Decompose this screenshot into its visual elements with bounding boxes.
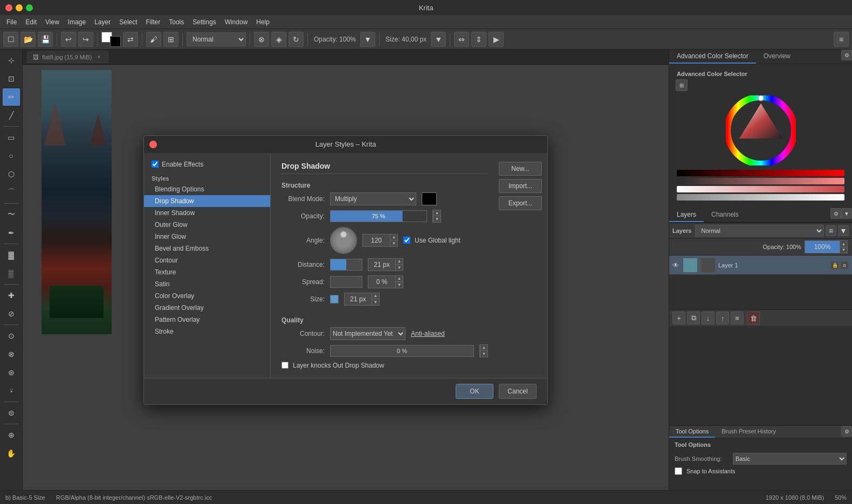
size-down-button[interactable]: ▼ [372, 299, 379, 305]
color-overlay-item[interactable]: Color Overlay [144, 290, 270, 302]
menu-edit[interactable]: Edit [21, 17, 41, 27]
layer-lock-button[interactable]: 🔒 [830, 261, 839, 270]
tool-assistant[interactable]: ⊜ [3, 404, 20, 422]
tool-transform[interactable]: ⊹ [3, 52, 20, 69]
delete-layer-button[interactable]: 🗑 [747, 312, 760, 325]
layer-alpha-lock-button[interactable]: α [840, 261, 849, 270]
layer-visibility-icon[interactable]: 👁 [672, 261, 680, 269]
move-up-button[interactable]: ↑ [716, 312, 729, 325]
minimize-window-button[interactable] [16, 4, 23, 11]
contour-select[interactable]: Not Implemented Yet [330, 327, 406, 340]
menu-view[interactable]: View [41, 17, 64, 27]
undo-button[interactable]: ↩ [61, 32, 76, 47]
settings-button[interactable]: ≡ [834, 32, 849, 47]
tab-tool-options[interactable]: Tool Options [669, 426, 715, 438]
swap-colors-button[interactable]: ⇄ [123, 32, 138, 47]
tool-gradient[interactable]: ▒ [3, 265, 20, 282]
opacity-slider[interactable]: 75 % [330, 210, 427, 222]
export-button[interactable]: Export... [499, 196, 542, 210]
cancel-button[interactable]: Cancel [499, 384, 537, 399]
red-slider[interactable] [677, 170, 844, 176]
drop-shadow-color-swatch[interactable] [422, 192, 437, 205]
layer-item[interactable]: 👁 Layer 1 🔒 α [669, 256, 852, 275]
tool-options-settings-button[interactable]: ⚙ [841, 426, 852, 437]
menu-file[interactable]: File [2, 17, 21, 27]
distance-down-button[interactable]: ▼ [396, 265, 403, 271]
blend-mode-select[interactable]: Normal [187, 32, 246, 46]
size-up-button[interactable]: ▲ [372, 293, 379, 300]
contour-item[interactable]: Contour [144, 254, 270, 266]
tool-shape-rect[interactable]: ▭ [3, 129, 20, 146]
maximize-window-button[interactable] [26, 4, 33, 11]
tool-smart-patch[interactable]: ⊘ [3, 305, 20, 322]
tool-freehand[interactable]: 〜 [3, 206, 20, 223]
import-button[interactable]: Import... [499, 179, 542, 193]
mirror-h-button[interactable]: ⇔ [454, 32, 469, 47]
angle-spinbox-arrows[interactable]: ▲ ▼ [390, 234, 397, 246]
open-document-button[interactable]: 📂 [20, 32, 36, 47]
anti-aliased-label[interactable]: Anti-aliased [411, 330, 445, 337]
size-spinbox-arrows[interactable]: ▲ ▼ [372, 293, 379, 305]
drop-shadow-item[interactable]: Drop Shadow [144, 195, 270, 207]
layers-filter2-button[interactable]: ▼ [838, 225, 849, 236]
knocks-out-checkbox[interactable] [281, 362, 288, 369]
layer-name[interactable]: Layer 1 [718, 262, 828, 268]
menu-image[interactable]: Image [64, 17, 90, 27]
save-document-button[interactable]: 💾 [38, 32, 53, 47]
tool-pan[interactable]: ✋ [3, 445, 20, 462]
copy-layer-button[interactable]: ⧉ [687, 312, 700, 325]
foreground-background-colors[interactable] [101, 32, 121, 47]
noise-slider[interactable]: 0 % [330, 345, 474, 357]
tab-overview[interactable]: Overview [756, 50, 798, 64]
val-slider[interactable] [677, 194, 844, 201]
tool-zoom[interactable]: ⊕ [3, 426, 20, 444]
layer-opacity-up[interactable]: ▲ [840, 241, 847, 247]
snap-assistants-checkbox[interactable] [675, 467, 682, 475]
noise-up-button[interactable]: ▲ [480, 345, 487, 351]
tab-advanced-color-selector[interactable]: Advanced Color Selector [669, 50, 756, 64]
mirror-v-button[interactable]: ⇕ [471, 32, 486, 47]
spread-spinbox-arrows[interactable]: ▲ ▼ [395, 276, 403, 288]
noise-down-button[interactable]: ▼ [480, 351, 487, 357]
tool-select-rect[interactable]: ⊡ [3, 70, 20, 87]
opacity-down-button[interactable]: ▼ [434, 216, 441, 222]
tool-select-contiguous[interactable]: ⊙ [3, 327, 20, 344]
tab-layers[interactable]: Layers [669, 208, 704, 222]
angle-down-button[interactable]: ▼ [390, 240, 397, 246]
layer-blend-mode-select[interactable]: Normal [695, 225, 824, 237]
blend-mode-select[interactable]: Multiply [330, 192, 416, 205]
new-style-button[interactable]: New... [499, 162, 542, 176]
outer-glow-item[interactable]: Outer Glow [144, 219, 270, 231]
background-color-swatch[interactable] [110, 36, 121, 47]
menu-filter[interactable]: Filter [142, 17, 165, 27]
texture-item[interactable]: Texture [144, 266, 270, 278]
menu-tools[interactable]: Tools [164, 17, 188, 27]
tool-select-lasso[interactable]: ⊗ [3, 346, 20, 363]
tab-channels[interactable]: Channels [704, 208, 746, 222]
spread-up-button[interactable]: ▲ [396, 276, 403, 282]
enable-effects-checkbox[interactable] [152, 161, 159, 168]
gradient-overlay-item[interactable]: Gradient Overlay [144, 302, 270, 314]
close-window-button[interactable] [5, 4, 12, 11]
stroke-item[interactable]: Stroke [144, 326, 270, 337]
pattern-overlay-item[interactable]: Pattern Overlay [144, 314, 270, 326]
brush-smoothing-select[interactable]: Basic [733, 453, 847, 465]
tool-fill[interactable]: ▓ [3, 246, 20, 264]
satin-item[interactable]: Satin [144, 278, 270, 290]
opacity-spinbox[interactable]: ▲ ▼ [432, 210, 441, 223]
tool-eyedropper[interactable]: ✚ [3, 287, 20, 304]
noise-spinbox[interactable]: ▲ ▼ [479, 344, 488, 357]
layer-options-button[interactable]: ≡ [731, 312, 744, 325]
layers-expand-button[interactable]: ≡ [826, 225, 836, 236]
tool-shape-ellipse[interactable]: ○ [3, 147, 20, 164]
tool-calligraphy[interactable]: ✒ [3, 224, 20, 241]
ok-button[interactable]: OK [456, 384, 493, 399]
tool-line[interactable]: ╱ [3, 107, 20, 124]
wet-paint-button[interactable]: ↻ [288, 32, 304, 47]
size-dropdown-button[interactable]: ▼ [431, 32, 446, 47]
tool-brush[interactable]: ✏ [3, 88, 20, 106]
tool-polygon[interactable]: ⬡ [3, 165, 20, 183]
layer-opacity-down[interactable]: ▼ [840, 247, 847, 253]
layers-filter-button[interactable]: ▼ [841, 208, 852, 219]
bevel-emboss-item[interactable]: Bevel and Emboss [144, 243, 270, 254]
